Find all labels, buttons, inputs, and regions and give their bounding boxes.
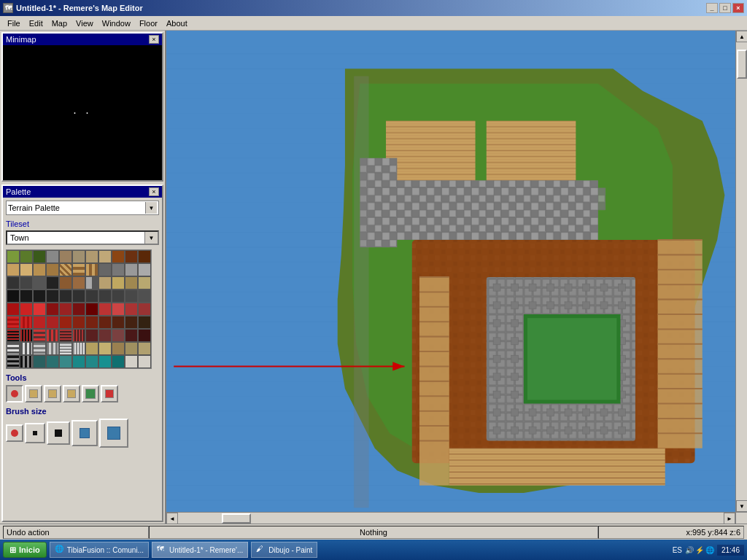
taskbar-item-0[interactable]: 🌐 TibiaFusion :: Comuni... <box>50 542 149 558</box>
tile-cell[interactable] <box>20 289 33 303</box>
tile-cell[interactable] <box>72 276 85 289</box>
start-button[interactable]: ⊞ Inicio <box>3 542 47 558</box>
tileset-dropdown-arrow[interactable]: ▼ <box>144 232 158 244</box>
tile-cell[interactable] <box>20 276 33 289</box>
tile-cell[interactable] <box>112 250 125 263</box>
tile-cell[interactable] <box>7 289 20 303</box>
tile-cell[interactable] <box>46 316 59 329</box>
horizontal-scrollbar[interactable]: ◄ ► <box>166 512 735 524</box>
tile-cell[interactable] <box>7 276 20 289</box>
tile-cell[interactable] <box>20 316 33 329</box>
tile-cell[interactable] <box>112 276 125 289</box>
tile-cell[interactable] <box>33 250 46 263</box>
tile-cell[interactable] <box>33 342 46 355</box>
tile-cell[interactable] <box>98 355 112 368</box>
tile-cell[interactable] <box>20 355 33 368</box>
tile-cell[interactable] <box>20 250 33 263</box>
tile-cell[interactable] <box>72 263 85 276</box>
taskbar-item-1[interactable]: 🗺 Untitled-1* - Remere'... <box>152 542 248 558</box>
tile-cell[interactable] <box>112 289 125 303</box>
tile-cell[interactable] <box>7 263 20 276</box>
tile-cell[interactable] <box>98 263 112 276</box>
tool-6-button[interactable] <box>101 385 118 402</box>
tile-cell[interactable] <box>138 329 151 342</box>
tile-cell[interactable] <box>46 263 59 276</box>
tile-cell[interactable] <box>85 355 98 368</box>
tile-cell[interactable] <box>125 303 138 316</box>
tile-cell[interactable] <box>98 316 112 329</box>
tile-cell[interactable] <box>20 329 33 342</box>
tile-cell[interactable] <box>138 250 151 263</box>
tile-cell[interactable] <box>125 263 138 276</box>
brushsize-2-button[interactable] <box>25 423 45 443</box>
tile-cell[interactable] <box>7 250 20 263</box>
tile-cell[interactable] <box>138 316 151 329</box>
tile-cell[interactable] <box>33 263 46 276</box>
tile-cell[interactable] <box>112 263 125 276</box>
tile-cell[interactable] <box>59 276 72 289</box>
tile-cell[interactable] <box>85 316 98 329</box>
tile-cell[interactable] <box>112 342 125 355</box>
minimap-close-button[interactable]: × <box>149 35 159 44</box>
tile-cell[interactable] <box>85 303 98 316</box>
tile-cell[interactable] <box>72 303 85 316</box>
tile-cell[interactable] <box>7 342 20 355</box>
tool-3-button[interactable] <box>44 385 61 402</box>
scroll-right-button[interactable]: ► <box>724 513 735 524</box>
brushsize-4-button[interactable] <box>71 420 98 446</box>
tool-2-button[interactable] <box>25 385 42 402</box>
tile-cell[interactable] <box>72 289 85 303</box>
tile-cell[interactable] <box>138 289 151 303</box>
tile-cell[interactable] <box>33 316 46 329</box>
menu-window[interactable]: Window <box>98 18 135 29</box>
tile-cell[interactable] <box>46 276 59 289</box>
tile-cell[interactable] <box>59 355 72 368</box>
tile-cell[interactable] <box>112 355 125 368</box>
tile-cell[interactable] <box>138 342 151 355</box>
terrain-palette-dropdown[interactable]: Terrain Palette ▼ <box>6 201 159 215</box>
tool-pencil-button[interactable] <box>6 385 23 402</box>
tile-cell[interactable] <box>98 342 112 355</box>
tile-cell[interactable] <box>7 355 20 368</box>
menu-map[interactable]: Map <box>47 18 71 29</box>
menu-about[interactable]: About <box>162 18 192 29</box>
scroll-thumb-horizontal[interactable] <box>222 513 251 524</box>
menu-edit[interactable]: Edit <box>25 18 47 29</box>
tile-cell[interactable] <box>125 316 138 329</box>
menu-floor[interactable]: Floor <box>135 18 162 29</box>
tile-cell[interactable] <box>46 303 59 316</box>
tile-cell[interactable] <box>7 316 20 329</box>
tile-cell[interactable] <box>59 342 72 355</box>
vertical-scrollbar[interactable]: ▲ ▼ <box>735 31 747 512</box>
tile-cell[interactable] <box>59 289 72 303</box>
tile-cell[interactable] <box>20 303 33 316</box>
scroll-thumb-vertical[interactable] <box>737 50 747 79</box>
tile-cell[interactable] <box>59 263 72 276</box>
tile-cell[interactable] <box>46 289 59 303</box>
tool-5-button[interactable] <box>82 385 99 402</box>
tile-cell[interactable] <box>112 316 125 329</box>
tile-cell[interactable] <box>112 303 125 316</box>
tile-cell[interactable] <box>72 250 85 263</box>
tile-cell[interactable] <box>138 355 151 368</box>
palette-close-button[interactable]: × <box>149 187 159 196</box>
tile-cell[interactable] <box>125 355 138 368</box>
tile-cell[interactable] <box>98 276 112 289</box>
tile-cell[interactable] <box>33 355 46 368</box>
tile-cell[interactable] <box>46 342 59 355</box>
scroll-down-button[interactable]: ▼ <box>736 500 747 512</box>
tile-cell[interactable] <box>98 289 112 303</box>
tile-cell[interactable] <box>98 303 112 316</box>
maximize-button[interactable]: □ <box>719 3 731 13</box>
tile-cell[interactable] <box>85 289 98 303</box>
tile-cell[interactable] <box>85 263 98 276</box>
tile-cell[interactable] <box>46 329 59 342</box>
tile-cell[interactable] <box>85 342 98 355</box>
tile-cell[interactable] <box>138 276 151 289</box>
tool-4-button[interactable] <box>63 385 80 402</box>
tile-cell[interactable] <box>59 329 72 342</box>
tile-cell[interactable] <box>59 250 72 263</box>
tile-cell[interactable] <box>33 289 46 303</box>
tile-cell[interactable] <box>33 329 46 342</box>
tile-cell[interactable] <box>125 276 138 289</box>
